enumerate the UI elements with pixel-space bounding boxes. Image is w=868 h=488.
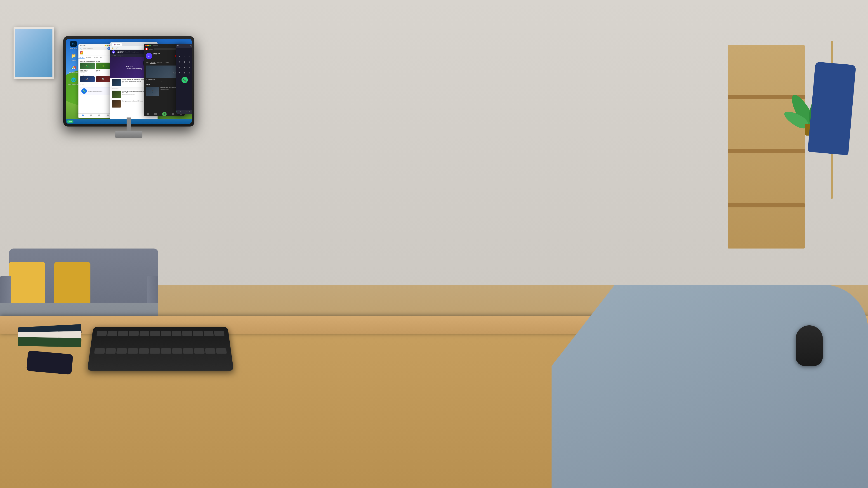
phone-key-6[interactable]: 6 (188, 60, 192, 64)
ps-game-thumb-1: 🦕 (80, 63, 95, 69)
ps-search-input[interactable]: Search for apps 6 9 , (83, 48, 106, 49)
phone-key-7[interactable]: 7 (178, 65, 182, 70)
screen-inner: Ps Recycle Bin 📁 Desktop (66, 39, 192, 124)
ps-covid-banner[interactable]: 🦠 COVID-19 Exposure Notifications (80, 87, 111, 95)
chrome-tab[interactable]: Chrome (112, 43, 122, 46)
ps-nav-books[interactable]: Books (107, 115, 109, 118)
desktop-icon-chrome[interactable]: Google Chrome (68, 65, 79, 73)
yt-bottom-search[interactable] (154, 113, 157, 115)
key[interactable] (205, 348, 216, 354)
yt-bottom-subs[interactable] (172, 113, 174, 115)
desktop-icon-adobe[interactable]: Ps Recycle Bin (68, 41, 79, 49)
keyboard[interactable] (87, 327, 234, 371)
nextpit-nav-items: Actualités Smartphone » (125, 51, 139, 53)
ps-suggested-card-1[interactable]: 🚀 Star Trek™: Fleet C... Strategy · Casu… (80, 76, 95, 86)
ps-game-card-2[interactable]: 🌿 Plants vs... 4.4★ (96, 63, 111, 73)
folder-label: Desktop (71, 60, 76, 61)
key[interactable] (116, 348, 127, 354)
phone-key-star[interactable]: * (178, 70, 182, 75)
phone-key-1[interactable]: 1 (178, 54, 182, 59)
ps-nav-apps[interactable]: Apps (90, 115, 92, 118)
key[interactable] (161, 331, 171, 336)
key[interactable] (105, 348, 116, 354)
phone-key-9[interactable]: 9 (188, 65, 192, 70)
sofa-cushion-1 (9, 262, 45, 307)
yt-bottom-home[interactable] (147, 113, 149, 115)
nextpit-sub-smartphone[interactable]: Smartphone » (118, 55, 124, 57)
key[interactable] (96, 331, 107, 336)
nextpit-nav-actualites[interactable]: Actualités (125, 51, 130, 53)
yt-channel-info: NextPit.COM 36.7k abonnés (153, 53, 174, 59)
yt-tab-playlists[interactable]: PLAY LISTS (156, 61, 163, 64)
key[interactable] (204, 331, 214, 336)
phone-key-0[interactable]: 0 (183, 70, 187, 75)
phone-tab-bar: Keypad Recents Contacts Favourites (176, 110, 192, 114)
ps-tab-for-you[interactable]: For you (79, 56, 85, 59)
phone-key-4[interactable]: 4 (178, 60, 182, 64)
key[interactable] (118, 331, 128, 336)
yt-tab-videos[interactable]: VIDEOS (150, 61, 156, 64)
minimize-button[interactable] (105, 45, 106, 46)
phone-tab-recents[interactable]: Recents (180, 111, 183, 112)
phone-tab-contacts[interactable]: Contacts (185, 111, 188, 112)
ps-tab-more[interactable]: Ca... (99, 56, 103, 59)
key[interactable] (172, 348, 182, 354)
phone-key-3[interactable]: 3 (188, 54, 192, 59)
edge-icon: 🌐 (70, 76, 76, 83)
phone-key-5[interactable]: 5 (183, 60, 187, 64)
nextpit-sub-actualites[interactable]: Actualités (112, 55, 116, 57)
phone-key-hash[interactable]: # (188, 70, 192, 75)
desktop-icon-folder[interactable]: 📁 Desktop (68, 53, 79, 61)
ps-nav-movies[interactable]: Movies (98, 115, 101, 118)
key[interactable] (150, 348, 160, 354)
ps-suggested-card-2[interactable]: ⚔️ Warframe... 4.2★ (96, 76, 111, 86)
key[interactable] (193, 331, 203, 336)
ps-title: Play Store (80, 45, 85, 46)
yt-tab-home[interactable]: HOME (145, 61, 149, 64)
phone-key-2[interactable]: 2 (183, 54, 187, 59)
ps-nav-games[interactable]: Games (81, 115, 84, 118)
ps-search-bar[interactable]: 🔍 Search for apps 6 9 , R (79, 47, 112, 50)
yt-close-btn[interactable] (145, 45, 147, 46)
phone-header-search-icon[interactable]: 🔍 (190, 45, 192, 47)
ps-ad-label: Ads · Suggested for you (79, 74, 112, 76)
key[interactable] (172, 331, 182, 336)
key[interactable] (140, 331, 149, 336)
key[interactable] (129, 331, 139, 336)
games-icon (82, 115, 84, 116)
desktop-icon-edge[interactable]: 🌐 Internet Explorer (68, 76, 79, 85)
maximize-button[interactable] (107, 45, 108, 46)
notebook-3 (18, 337, 82, 347)
phone-tab-keypad[interactable]: Keypad (176, 111, 179, 112)
ps-suggested-row: 🚀 Star Trek™: Fleet C... Strategy · Casu… (79, 76, 112, 87)
yt-add-btn[interactable]: + (162, 112, 166, 116)
key[interactable] (161, 348, 171, 354)
phone-header-title: Phone (178, 45, 181, 46)
yt-url: youtube.com (153, 45, 158, 46)
ps-game-card-1[interactable]: 🦕 Jurassic World: T... Simulation · Casu… (80, 63, 95, 73)
key[interactable] (216, 348, 227, 354)
key[interactable] (107, 331, 118, 336)
yt-min-btn[interactable] (147, 45, 149, 46)
key[interactable] (183, 348, 193, 354)
key[interactable] (182, 331, 192, 336)
ps-game-sub-2: 4.4★ (96, 71, 111, 72)
phone-tab-favourites[interactable]: Favourites (189, 111, 192, 112)
key[interactable] (194, 348, 205, 354)
phone-key-8[interactable]: 8 (183, 65, 187, 70)
ps-tab-premium[interactable]: Premium (92, 56, 99, 59)
adobe-label: Recycle Bin (70, 48, 77, 49)
coat-jacket (808, 62, 856, 155)
mouse[interactable] (796, 325, 823, 366)
key[interactable] (139, 348, 149, 354)
key[interactable] (214, 331, 224, 336)
phone-call-button[interactable]: 📞 (182, 77, 188, 83)
taskbar-start-button[interactable]: start (67, 121, 73, 123)
nextpit-nav-smartphone[interactable]: Smartphone » (131, 51, 138, 53)
yt-tab-community[interactable]: COMMU... (164, 61, 170, 64)
key[interactable] (127, 348, 138, 354)
ps-tab-top[interactable]: Top charts (85, 56, 92, 59)
yt-max-btn[interactable] (149, 45, 151, 46)
key[interactable] (94, 348, 105, 354)
key[interactable] (150, 331, 160, 336)
